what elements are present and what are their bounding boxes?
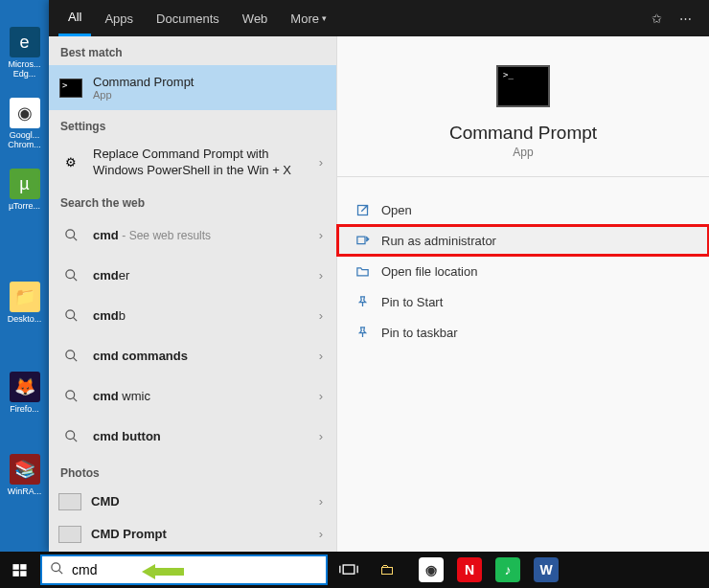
chevron-right-icon: ›	[315, 155, 327, 170]
search-icon	[58, 344, 83, 369]
desktop-icon-label: WinRA...	[8, 486, 42, 496]
action-label: Pin to Start	[381, 295, 443, 309]
desktop-icon[interactable]: 📚WinRA...	[0, 450, 49, 500]
search-tab[interactable]: Documents	[147, 0, 229, 36]
svg-rect-17	[20, 571, 26, 577]
web-result-text: cmd wmic	[93, 389, 306, 403]
photo-icon	[58, 526, 81, 543]
desktop-icon-label: Firefo...	[10, 404, 39, 414]
web-result[interactable]: cmdb›	[49, 296, 336, 336]
folder-icon	[354, 263, 370, 279]
desktop-icon-label: Micros... Edg...	[2, 59, 47, 79]
desktop-icon[interactable]: 📁Deskto...	[0, 278, 49, 328]
more-options-icon[interactable]: ⋯	[679, 11, 692, 26]
netflix-icon: N	[457, 557, 482, 582]
web-result[interactable]: cmd wmic›	[49, 376, 336, 417]
taskbar-app-spotify[interactable]: ♪	[489, 552, 527, 588]
chevron-right-icon: ›	[315, 527, 327, 541]
svg-line-7	[73, 358, 77, 362]
preview-action-run-as-administrator[interactable]: Run as administrator	[337, 225, 709, 256]
taskbar: 🗀 ◉N♪W	[0, 552, 709, 588]
web-result[interactable]: cmder›	[49, 256, 336, 296]
taskbar-app-netflix[interactable]: N	[450, 552, 489, 588]
svg-point-0	[65, 230, 74, 238]
svg-rect-16	[12, 571, 18, 577]
photo-result[interactable]: CMD Prompt›	[49, 518, 336, 551]
app-icon: µ	[10, 169, 40, 199]
action-label: Pin to taskbar	[381, 326, 458, 340]
preview-action-pin-to-start[interactable]: Pin to Start	[337, 286, 709, 317]
start-button[interactable]	[0, 552, 38, 588]
pinstart-icon	[354, 294, 370, 309]
web-result-text: cmder	[93, 268, 306, 283]
svg-point-10	[65, 431, 74, 440]
web-result-text: cmd button	[93, 429, 306, 443]
taskbar-app-word[interactable]: W	[527, 552, 565, 588]
svg-line-19	[58, 570, 62, 574]
task-view-button[interactable]	[330, 552, 368, 588]
annotation-arrow	[142, 562, 184, 581]
svg-rect-15	[20, 564, 26, 570]
preview-action-pin-to-taskbar[interactable]: Pin to taskbar	[337, 317, 709, 348]
chrome-icon: ◉	[419, 557, 444, 582]
section-web: Search the web	[49, 187, 336, 215]
chevron-right-icon: ›	[315, 268, 327, 283]
desktop-icon-label: Deskto...	[8, 314, 42, 324]
open-icon	[354, 202, 370, 217]
app-icon: 📚	[10, 454, 40, 485]
word-icon: W	[534, 557, 559, 582]
photo-result[interactable]: CMD›	[49, 486, 336, 518]
search-icon	[58, 263, 83, 288]
svg-rect-13	[356, 237, 364, 244]
best-match-result[interactable]: Command Prompt App	[49, 65, 336, 110]
best-match-title: Command Prompt	[93, 75, 327, 89]
chevron-right-icon: ›	[315, 228, 327, 242]
desktop-icon[interactable]: 🦊Firefo...	[0, 368, 49, 418]
photo-icon	[58, 493, 81, 510]
svg-line-5	[73, 318, 77, 322]
web-result[interactable]: cmd - See web results›	[49, 215, 336, 256]
start-search-panel: AllAppsDocumentsWebMore ▾ ✩ ⋯ Best match…	[49, 0, 709, 552]
search-tab[interactable]: Web	[233, 0, 278, 36]
spotify-icon: ♪	[495, 557, 520, 582]
chevron-right-icon: ›	[315, 429, 327, 443]
search-tab[interactable]: More ▾	[281, 0, 336, 36]
taskbar-search[interactable]	[40, 554, 328, 585]
action-label: Open	[381, 203, 412, 217]
settings-result[interactable]: ⚙ Replace Command Prompt with Windows Po…	[49, 139, 336, 187]
search-input[interactable]	[72, 562, 318, 577]
action-label: Run as administrator	[381, 234, 496, 248]
results-column: Best match Command Prompt App Settings ⚙…	[49, 36, 337, 552]
pintask-icon	[354, 325, 370, 340]
web-result[interactable]: cmd button›	[49, 417, 336, 457]
search-tab[interactable]: Apps	[95, 0, 143, 36]
desktop-icon-label: Googl... Chrom...	[2, 130, 47, 149]
svg-point-4	[65, 310, 74, 319]
desktop-icon[interactable]: eMicros... Edg...	[0, 23, 49, 82]
file-explorer-button[interactable]: 🗀	[368, 552, 406, 588]
search-icon	[58, 304, 83, 328]
desktop-icon[interactable]: ◉Googl... Chrom...	[0, 94, 49, 153]
web-result-text: cmd commands	[93, 349, 306, 363]
web-result[interactable]: cmd commands›	[49, 336, 336, 376]
svg-rect-21	[343, 565, 354, 574]
windows-logo-icon	[11, 562, 28, 578]
taskbar-app-chrome[interactable]: ◉	[412, 552, 450, 588]
search-icon	[58, 424, 83, 449]
desktop-icon[interactable]: µµTorre...	[0, 165, 49, 215]
web-result-text: cmd - See web results	[93, 228, 306, 242]
feedback-icon[interactable]: ✩	[652, 11, 662, 26]
svg-point-18	[52, 563, 60, 572]
search-tab[interactable]: All	[58, 0, 91, 36]
preview-column: Command Prompt App OpenRun as administra…	[337, 36, 709, 552]
preview-title: Command Prompt	[337, 123, 709, 144]
chevron-right-icon: ›	[315, 389, 327, 403]
preview-action-open[interactable]: Open	[337, 194, 709, 225]
svg-line-9	[73, 398, 77, 402]
desktop-icon-label: µTorre...	[9, 201, 40, 211]
chevron-right-icon: ›	[315, 494, 327, 509]
preview-action-open-file-location[interactable]: Open file location	[337, 256, 709, 286]
svg-rect-14	[12, 564, 18, 570]
app-icon: 🦊	[10, 372, 40, 402]
section-best-match: Best match	[49, 36, 336, 65]
